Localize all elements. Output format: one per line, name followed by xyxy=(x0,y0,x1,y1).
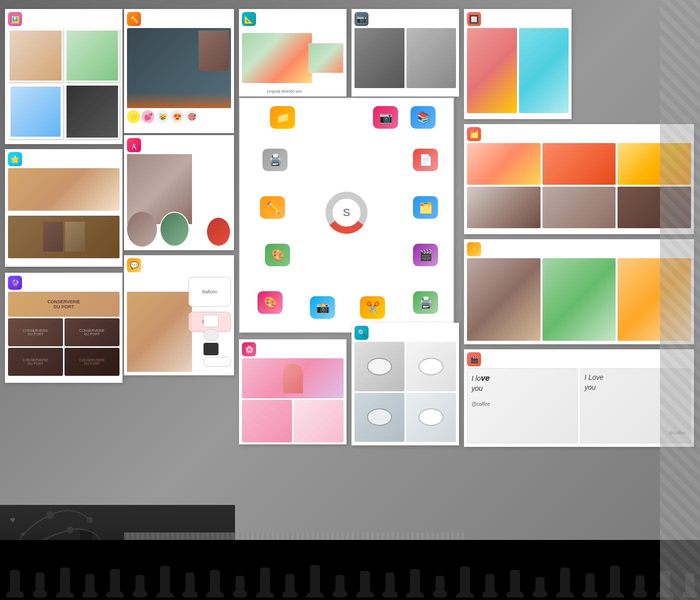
cropping-icon: ✂️ xyxy=(127,138,141,152)
size-demo: [original] 400x300 size xyxy=(242,28,344,93)
bw-panel: 📷 xyxy=(352,9,459,97)
balloon-mannequin xyxy=(127,292,192,372)
svg-rect-54 xyxy=(360,571,370,598)
splitter-item: ✂️ xyxy=(352,296,392,320)
svg-rect-44 xyxy=(236,576,244,596)
text-item-figure xyxy=(198,31,228,71)
star-decor: ★ xyxy=(20,530,26,538)
balloon-panel: 💬 Balloon Balloon xyxy=(124,255,234,375)
frame-photo-2 xyxy=(65,29,120,82)
svg-rect-60 xyxy=(436,576,444,596)
page-item: 📄 xyxy=(408,149,443,172)
auto-contrast-title xyxy=(25,158,31,161)
cropping-demo xyxy=(127,154,231,247)
text-item-icon: ✏️ xyxy=(127,12,141,26)
svg-rect-50 xyxy=(310,565,320,599)
text-item-bg xyxy=(127,28,231,108)
filter-icon: 🔍 xyxy=(354,326,368,340)
svg-rect-68 xyxy=(536,577,544,596)
combining-icon: 🗂️ xyxy=(467,127,481,141)
cropping-panel: ✂️ xyxy=(124,135,234,250)
svg-rect-72 xyxy=(586,573,594,597)
auto-contrast-icon: 🌟 xyxy=(8,152,22,166)
svg-rect-34 xyxy=(110,569,120,598)
combining-demo xyxy=(467,143,691,228)
svg-point-22 xyxy=(46,511,54,519)
animated-gif-icon: 🎬 xyxy=(467,352,481,366)
svg-point-24 xyxy=(66,526,74,533)
combining-title xyxy=(484,133,490,136)
vignetting-demo: CONSERVERIEDU PORT CONSERVERIEDU PORT CO… xyxy=(8,292,120,379)
svg-rect-28 xyxy=(36,572,44,596)
size-panel: 📐 [original] 400x300 size xyxy=(239,9,346,97)
vignetting-panel: 🔮 CONSERVERIEDU PORT CONSERVERIEDU PORT … xyxy=(5,273,122,383)
svg-rect-66 xyxy=(510,570,520,598)
frame-photo-3 xyxy=(8,84,63,139)
bloom-demo xyxy=(242,358,344,443)
svg-rect-74 xyxy=(610,565,620,599)
heart-decor: ♥ xyxy=(10,515,16,525)
vignetting-icon: 🔮 xyxy=(8,276,22,290)
crop-oval-3 xyxy=(206,217,231,247)
hub-center: S xyxy=(322,188,372,238)
crop-oval-2 xyxy=(160,212,190,247)
combine-item: 🗂️ xyxy=(408,196,443,220)
screen-capture-item: 📸 xyxy=(300,296,345,320)
svg-rect-76 xyxy=(636,575,644,596)
svg-rect-30 xyxy=(60,567,70,598)
auto-contrast-panel: 🌟 xyxy=(5,149,122,267)
text-item-title xyxy=(144,18,150,21)
svg-rect-38 xyxy=(160,566,170,599)
filter-panel: 🔍 xyxy=(352,323,459,445)
auto-contrast-demo xyxy=(8,168,120,261)
editor-item: 📷 xyxy=(368,106,403,130)
balloon-title xyxy=(144,264,150,267)
brightness-panel: ☀️ xyxy=(464,239,694,344)
crowd-silhouette xyxy=(0,540,700,600)
frame-photo-1 xyxy=(8,29,63,82)
vignetting-title xyxy=(25,281,31,284)
color-picker-item: 🎨 xyxy=(250,291,290,315)
bloom-icon: 🌸 xyxy=(242,342,256,356)
svg-rect-52 xyxy=(336,575,344,596)
animated-gif-title xyxy=(484,358,490,361)
brightness-icon: ☀️ xyxy=(467,242,481,256)
cropping-title xyxy=(144,144,150,147)
svg-rect-70 xyxy=(560,567,570,598)
svg-rect-58 xyxy=(410,569,420,598)
frames-panel: 🖼️ xyxy=(5,9,122,144)
svg-rect-56 xyxy=(386,572,394,597)
mosaic-icon: 🔲 xyxy=(467,12,481,26)
brightness-demo xyxy=(467,258,691,341)
animated-gif-demo: I loveyou @coffee I Loveyou @coffee xyxy=(467,368,691,443)
size-title xyxy=(259,18,265,21)
svg-point-23 xyxy=(87,517,93,523)
bloom-panel: 🌸 xyxy=(239,339,346,444)
raw-converter-item: 🎨 xyxy=(255,244,300,267)
bw-demo xyxy=(354,28,456,88)
combining-panel: 🗂️ xyxy=(464,124,694,234)
svg-text:S: S xyxy=(343,206,350,219)
paper-print-item: 🖨️ xyxy=(255,149,295,172)
mosaic-demo xyxy=(467,28,568,113)
rename-item: ✏️ xyxy=(255,196,290,220)
size-icon: 📐 xyxy=(242,12,256,26)
mosaic-panel: 🔲 xyxy=(464,9,572,119)
svg-rect-40 xyxy=(186,572,194,597)
svg-rect-81 xyxy=(0,597,700,600)
print-item: 🖨️ xyxy=(408,291,443,315)
stripe-right xyxy=(660,0,700,600)
filter-title xyxy=(372,331,378,334)
svg-rect-46 xyxy=(260,567,270,598)
frames-title xyxy=(25,18,31,21)
svg-rect-26 xyxy=(10,570,20,597)
animated-gif-panel: 🎬 I loveyou @coffee I Loveyou @coffee xyxy=(464,349,694,447)
svg-rect-36 xyxy=(136,575,144,596)
frames-icon: 🖼️ xyxy=(8,12,22,26)
photoscape-hub: 📁 📷 📚 🖨️ 📄 ✏️ 🗂️ 🎨 🎬 🎨 xyxy=(239,98,454,333)
text-item-flame xyxy=(127,93,231,108)
stripe-bottom xyxy=(124,532,465,540)
frame-photo-4 xyxy=(65,84,120,139)
svg-rect-48 xyxy=(286,574,294,597)
svg-rect-42 xyxy=(210,570,220,598)
